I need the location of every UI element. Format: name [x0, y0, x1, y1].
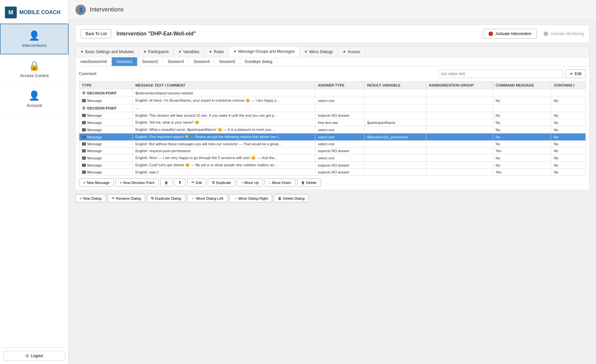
- new-decision-point-button[interactable]: + New Decision Point: [115, 178, 159, 187]
- cell-message: English: What a beautiful name, $partici…: [132, 126, 315, 133]
- rename-dialog-button[interactable]: ✏ Rename Dialog: [108, 194, 145, 202]
- cell-message: English: But without these messages you …: [132, 141, 315, 148]
- message-icon: [82, 156, 86, 160]
- activate-intervention-button[interactable]: Activate Intervention: [483, 29, 537, 39]
- cell-contains: [551, 104, 586, 112]
- table-row[interactable]: Message English: This session will take …: [79, 112, 586, 119]
- tab-participants[interactable]: ✦ Participants: [139, 47, 174, 57]
- cell-answer-type: select one: [315, 154, 365, 162]
- session-tab-newsession[interactable]: newSessionInit: [76, 57, 112, 66]
- cell-type: Message: [79, 119, 133, 126]
- duplicate-button[interactable]: ⧉ Duplicate: [208, 178, 235, 187]
- cell-type: Message: [79, 169, 133, 176]
- header-icon: 👤: [75, 5, 86, 15]
- page-content: Back To List Intervention "DHP-Eat-Well-…: [69, 20, 596, 364]
- rename-dialog-icon: ✏: [112, 196, 115, 200]
- cell-rand-group: [426, 154, 493, 162]
- cell-result-var: [364, 112, 426, 119]
- type-label: Message: [87, 163, 102, 167]
- cell-message: English: request-push-permissions: [132, 148, 315, 154]
- table-row[interactable]: Message English: Hi there, I'm $coachNam…: [79, 97, 586, 104]
- cell-type: Message: [79, 141, 133, 148]
- delete-dialog-icon: 🗑: [278, 196, 282, 200]
- move-dialog-left-button[interactable]: ← Move Dialog Left: [187, 194, 228, 202]
- table-row[interactable]: Message English: One important aspect 👊 …: [79, 133, 586, 141]
- sidebar-item-account[interactable]: 👤 Account: [0, 84, 69, 114]
- delete-dialog-button[interactable]: 🗑 Delete Dialog: [274, 194, 309, 202]
- table-row[interactable]: Message English: request-push-permission…: [79, 148, 586, 154]
- sidebar-item-access-control[interactable]: 🔒 Access Control: [0, 54, 69, 84]
- cell-type: Message: [79, 133, 133, 141]
- cell-answer-type: free text raw: [315, 119, 365, 126]
- cell-command-msg: No: [493, 141, 551, 148]
- table-row[interactable]: Message English: Nice! --- I am very hap…: [79, 154, 586, 162]
- session-tab-goodbye[interactable]: Goodbye dialog: [240, 57, 277, 66]
- session-tab-session3[interactable]: Session3: [163, 57, 189, 66]
- duplicate-dialog-icon: ⧉: [151, 196, 154, 200]
- session-tab-session1[interactable]: Session1: [112, 57, 137, 66]
- cell-message: English: Tell me, what is your name? 😊: [132, 119, 315, 126]
- rules-icon: ✦: [209, 50, 212, 54]
- comment-edit-button[interactable]: ✏ Edit: [566, 70, 586, 78]
- cell-result-var: [364, 97, 426, 104]
- new-dialog-button[interactable]: + New Dialog: [75, 194, 106, 202]
- session-tab-session2[interactable]: Session2: [137, 57, 163, 66]
- table-row[interactable]: ⚙ DECISION POINT $interventionStatus=ses…: [79, 89, 586, 97]
- tab-access[interactable]: ✦ Access: [338, 47, 365, 57]
- cell-type: Message: [79, 162, 133, 169]
- sidebar-item-interventions[interactable]: 👤 Interventions: [0, 24, 69, 54]
- cell-answer-type: select one: [315, 133, 365, 141]
- duplicate-dialog-button[interactable]: ⧉ Duplicate Dialog: [147, 194, 186, 202]
- table-row[interactable]: ⚙ DECISION POINT ---: [79, 104, 586, 112]
- type-label: Message: [87, 113, 102, 117]
- cell-answer-type: [315, 104, 365, 112]
- message-icon: [82, 128, 86, 131]
- tab-basic-settings[interactable]: ✦ Basic Settings and Modules: [76, 47, 139, 57]
- new-message-button[interactable]: + New Message: [79, 178, 114, 187]
- pencil-icon: ✏: [570, 71, 573, 76]
- message-icon: [82, 114, 86, 117]
- table-container: TYPE MESSAGE TEXT / COMMENT ANSWER TYPE …: [79, 81, 586, 176]
- messages-table: TYPE MESSAGE TEXT / COMMENT ANSWER TYPE …: [79, 81, 586, 176]
- move-down-icon: ↓: [269, 181, 271, 185]
- move-right-icon: →: [233, 196, 237, 200]
- new-decision-plus-icon: +: [120, 181, 122, 185]
- tab-rules[interactable]: ✦ Rules: [204, 47, 229, 57]
- tab-messages[interactable]: ✦ Message Groups and Messages: [229, 47, 300, 57]
- comment-label: Comment:: [79, 71, 97, 76]
- cell-answer-type: select one: [315, 126, 365, 133]
- edit-button[interactable]: ✏ Edit: [187, 178, 206, 187]
- delete-icon-button[interactable]: 🗑: [160, 178, 172, 187]
- message-icon: [82, 149, 86, 152]
- table-header-row: TYPE MESSAGE TEXT / COMMENT ANSWER TYPE …: [79, 82, 586, 89]
- cell-result-var: $participantName: [364, 119, 426, 126]
- table-row[interactable]: Message English: Cool! Let's get started…: [79, 162, 586, 169]
- cell-message: English: Hi there, I'm $coachName, your …: [132, 97, 315, 104]
- tab-messages-label: Message Groups and Messages: [238, 49, 295, 54]
- table-row[interactable]: Message English: wait 2 expects NO answe…: [79, 169, 586, 176]
- upload-button[interactable]: ⬆: [174, 178, 186, 187]
- cell-result-var: [364, 162, 426, 169]
- move-down-button[interactable]: ↓ Move Down: [265, 178, 295, 187]
- new-dialog-icon: +: [80, 196, 82, 200]
- cell-type: Message: [79, 97, 133, 104]
- table-row[interactable]: Message English: What a beautiful name, …: [79, 126, 586, 133]
- comment-input[interactable]: [438, 70, 563, 78]
- cell-command-msg: No: [493, 154, 551, 162]
- interventions-label: Interventions: [22, 43, 46, 48]
- cell-contains: No: [551, 141, 586, 148]
- col-rand-group: RANDOMIZATION GROUP: [426, 82, 493, 89]
- delete-button[interactable]: 🗑 Delete: [297, 178, 321, 187]
- table-row[interactable]: Message English: But without these messa…: [79, 141, 586, 148]
- session-tab-session5[interactable]: Session5: [214, 57, 240, 66]
- cell-result-var: [364, 154, 426, 162]
- table-row[interactable]: Message English: Tell me, what is your n…: [79, 119, 586, 126]
- move-dialog-right-button[interactable]: → Move Dialog Right: [229, 194, 272, 202]
- session-tab-session4[interactable]: Session4: [189, 57, 214, 66]
- logout-button[interactable]: ⊙ Logout: [3, 351, 65, 361]
- cell-message: English: wait 2: [132, 169, 315, 176]
- move-up-button[interactable]: ↑ Move Up: [237, 178, 263, 187]
- tab-variables[interactable]: ✦ Variables: [174, 47, 204, 57]
- tab-micro-dialogs[interactable]: ✦ Micro Dialogs: [300, 47, 338, 57]
- back-to-list-button[interactable]: Back To List: [81, 29, 111, 38]
